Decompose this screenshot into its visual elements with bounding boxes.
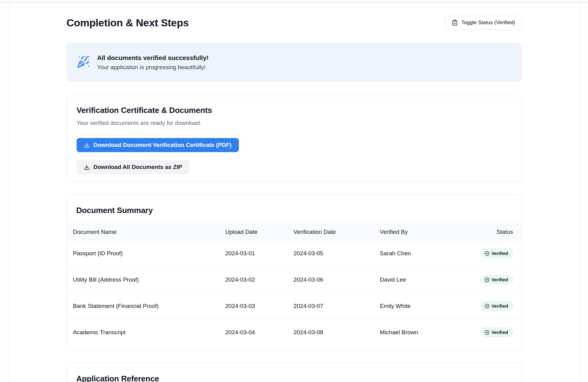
application-reference-card: Application Reference [66, 362, 522, 382]
column-header-verified-by: Verified By [374, 224, 451, 240]
download-icon [84, 142, 90, 148]
content-column: Completion & Next Steps Toggle Status (V… [66, 3, 522, 382]
status-badge-label: Verified [492, 251, 508, 256]
toggle-status-label: Toggle Status (Verified) [461, 20, 515, 26]
download-certificate-button[interactable]: Download Document Verification Certifica… [77, 138, 239, 152]
cell-verification-date: 2024-03-07 [287, 293, 374, 319]
certificate-card-title: Verification Certificate & Documents [77, 106, 512, 115]
cell-verification-date: 2024-03-06 [287, 267, 374, 293]
table-header-row: Document Name Upload Date Verification D… [67, 224, 522, 240]
table-row: Utility Bill (Address Proof) 2024-03-02 … [67, 267, 522, 293]
circle-check-icon [484, 277, 489, 282]
toggle-status-button[interactable]: Toggle Status (Verified) [445, 16, 522, 30]
cell-upload-date: 2024-03-04 [219, 319, 287, 346]
cell-verification-date: 2024-03-08 [287, 319, 374, 346]
banner-title: All documents verified successfully! [97, 54, 209, 62]
status-badge: Verified [481, 249, 513, 258]
banner-subtitle: Your application is progressing beautifu… [97, 64, 209, 71]
circle-check-icon [484, 304, 489, 309]
cell-document-name: Passport (ID Proof) [67, 240, 219, 267]
banner-text: All documents verified successfully! You… [97, 54, 209, 71]
document-summary-title: Document Summary [76, 206, 512, 215]
page-header: Completion & Next Steps Toggle Status (V… [66, 16, 522, 30]
cell-upload-date: 2024-03-03 [219, 293, 287, 319]
status-badge: Verified [481, 328, 513, 337]
party-popper-icon [77, 55, 90, 69]
circle-check-icon [484, 251, 489, 256]
certificate-card-subtitle: Your verified documents are ready for do… [77, 120, 512, 126]
download-icon [84, 164, 90, 170]
table-row: Passport (ID Proof) 2024-03-01 2024-03-0… [67, 240, 522, 267]
application-reference-title: Application Reference [76, 374, 512, 382]
column-header-document-name: Document Name [67, 224, 219, 240]
column-header-status: Status [451, 224, 522, 240]
clipboard-check-icon [452, 20, 458, 26]
table-row: Academic Transcript 2024-03-04 2024-03-0… [67, 319, 522, 346]
document-summary-table: Document Name Upload Date Verification D… [67, 224, 522, 345]
status-badge-label: Verified [492, 277, 508, 282]
status-badge-label: Verified [492, 330, 508, 335]
status-badge-label: Verified [492, 303, 508, 309]
column-header-upload-date: Upload Date [219, 224, 287, 240]
document-summary-card: Document Summary Document Name Upload Da… [66, 194, 522, 350]
download-certificate-label: Download Document Verification Certifica… [93, 142, 232, 148]
cell-verified-by: Emily White [374, 293, 451, 319]
cell-verified-by: David Lee [374, 267, 451, 293]
cell-verification-date: 2024-03-05 [287, 240, 374, 267]
download-zip-label: Download All Documents as ZIP [93, 164, 182, 170]
cell-upload-date: 2024-03-02 [219, 267, 287, 293]
page-title: Completion & Next Steps [66, 17, 189, 29]
certificate-card: Verification Certificate & Documents You… [66, 96, 522, 182]
main-panel: Completion & Next Steps Toggle Status (V… [9, 3, 579, 382]
cell-document-name: Utility Bill (Address Proof) [67, 267, 219, 293]
cell-document-name: Bank Statement (Financial Proof) [67, 293, 219, 319]
download-zip-button[interactable]: Download All Documents as ZIP [77, 160, 190, 174]
cell-upload-date: 2024-03-01 [219, 240, 287, 267]
status-badge: Verified [481, 301, 513, 311]
status-badge: Verified [481, 275, 513, 284]
circle-check-icon [484, 330, 489, 335]
cell-verified-by: Michael Brown [374, 319, 451, 346]
column-header-verification-date: Verification Date [287, 224, 374, 240]
table-row: Bank Statement (Financial Proof) 2024-03… [67, 293, 522, 319]
success-banner: All documents verified successfully! You… [66, 43, 522, 82]
cell-verified-by: Sarah Chen [374, 240, 451, 267]
cell-document-name: Academic Transcript [67, 319, 219, 346]
